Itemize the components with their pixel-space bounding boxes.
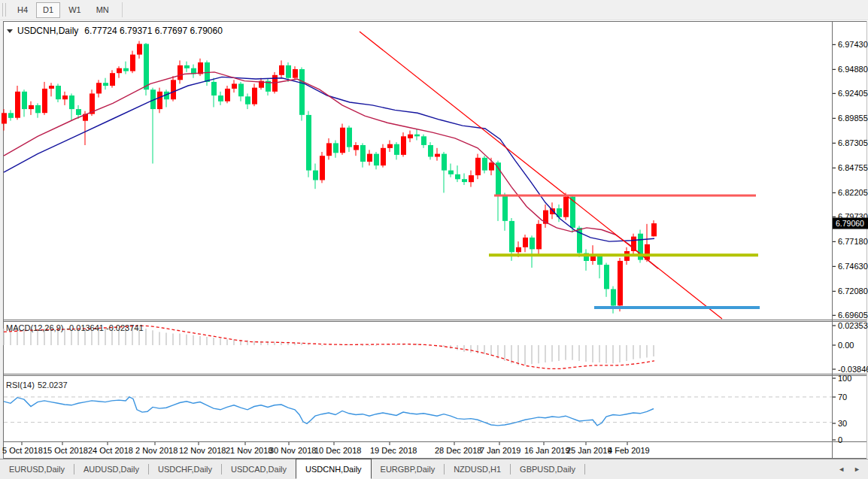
date-tick-label: 21 Nov 2018 (226, 446, 272, 455)
price-tick-label: 6.94880 (838, 65, 868, 74)
price-tick-label: 6.87305 (838, 138, 868, 147)
date-tick-label: 2 Nov 2018 (135, 446, 178, 455)
chart-background (0, 20, 868, 459)
timeframe-mn[interactable]: MN (90, 2, 116, 18)
price-tick-label: 6.72080 (838, 286, 868, 296)
chart-title: USDCNH,Daily6.77724 6.79371 6.77697 6.79… (17, 26, 223, 36)
date-tick-label: 5 Oct 2018 (2, 446, 43, 455)
date-tick-label: 28 Dec 2018 (435, 446, 481, 455)
timeframe-buttons: H4D1W1MN (11, 2, 116, 18)
tab-separator (584, 464, 585, 474)
rsi-tick-label: 0 (838, 435, 842, 444)
date-tick-label: 4 Feb 2019 (608, 446, 650, 455)
tab-eurgbp-daily[interactable]: EURGBP,Daily (372, 459, 445, 479)
rsi-tick-label: 30 (838, 419, 847, 428)
toolbar-separator (122, 2, 123, 17)
timeframe-h4[interactable]: H4 (11, 2, 35, 18)
price-tick-label: 6.77180 (838, 237, 868, 246)
date-tick-label: 30 Nov 2018 (269, 446, 316, 455)
chart-plot[interactable]: 6.974306.948806.924056.898556.873056.847… (0, 20, 868, 459)
price-tick-label: 6.82205 (838, 188, 868, 197)
macd-label: MACD(12,26,9)-0.013641 -0.023741 (6, 323, 144, 332)
price-tick-label: 6.92405 (838, 89, 868, 98)
tab-audusd-daily[interactable]: AUDUSD,Daily (74, 459, 148, 479)
current-price-label: 6.79060 (836, 219, 864, 228)
tab-usdcad-daily[interactable]: USDCAD,Daily (222, 459, 296, 479)
date-tick-label: 16 Jan 2019 (524, 446, 570, 455)
date-tick-label: 25 Jan 2019 (566, 446, 612, 455)
date-tick-label: 12 Nov 2018 (179, 446, 226, 455)
toolbar-gripper-icon[interactable] (2, 3, 6, 17)
tabs-scroll-left-icon[interactable]: ◄ (838, 465, 845, 473)
tabs-scroll-right-icon[interactable]: ► (854, 465, 860, 473)
tab-usdchf-daily[interactable]: USDCHF,Daily (149, 459, 221, 479)
tab-gbpusd-daily[interactable]: GBPUSD,Daily (511, 459, 584, 479)
rsi-tick-label: 70 (838, 393, 847, 402)
tab-nzdusd-h1[interactable]: NZDUSD,H1 (445, 459, 510, 479)
price-tick-label: 6.69605 (838, 311, 868, 320)
macd-tick-label: 0.00 (838, 341, 854, 350)
timeframe-toolbar: H4D1W1MN (0, 0, 868, 20)
tabs-scroll-arrows: ◄► (838, 459, 868, 479)
macd-tick-label: -0.038466 (838, 365, 868, 374)
timeframe-d1[interactable]: D1 (36, 2, 60, 18)
date-tick-label: 15 Oct 2018 (43, 446, 88, 455)
chart-tabs-bar: EURUSD,DailyAUDUSD,DailyUSDCHF,DailyUSDC… (0, 459, 868, 479)
tab-eurusd-daily[interactable]: EURUSD,Daily (0, 459, 74, 479)
rsi-tick-label: 100 (838, 374, 851, 383)
macd-tick-label: 0.023534 (838, 321, 868, 330)
date-tick-label: 24 Oct 2018 (88, 446, 133, 455)
window-left-edge (0, 20, 3, 459)
date-tick-label: 7 Jan 2019 (480, 446, 520, 455)
price-tick-label: 6.89855 (838, 114, 868, 123)
tab-usdcnh-daily[interactable]: USDCNH,Daily (296, 459, 372, 479)
price-tick-label: 6.84755 (838, 163, 868, 172)
price-tick-label: 6.97430 (838, 40, 868, 49)
date-tick-label: 10 Dec 2018 (314, 446, 361, 455)
date-tick-label: 19 Dec 2018 (370, 446, 417, 455)
timeframe-w1[interactable]: W1 (62, 2, 88, 18)
price-tick-label: 6.74630 (838, 262, 868, 271)
